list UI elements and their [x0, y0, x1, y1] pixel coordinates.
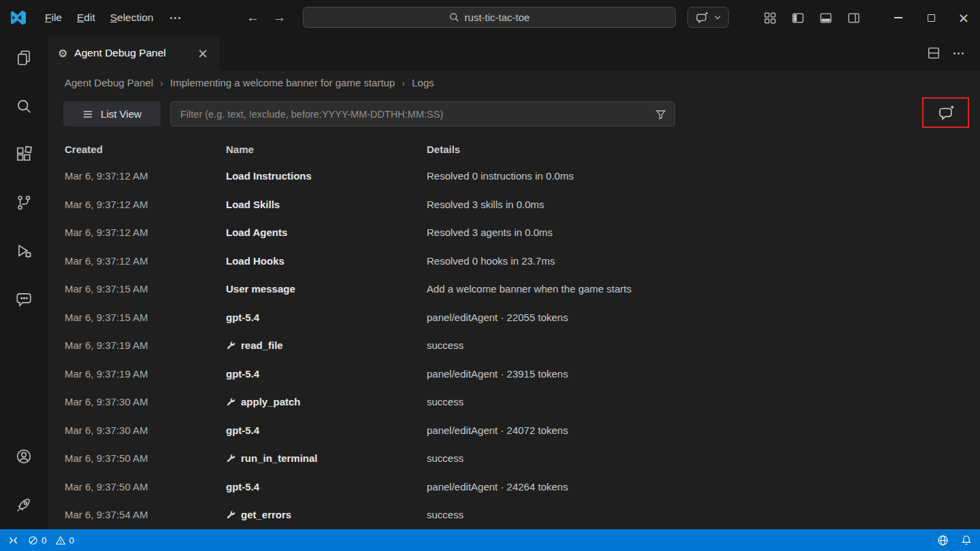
vscode-window: File Edit Selection ← → rust-tic-tac-toe	[0, 0, 980, 551]
cell-details: success	[427, 452, 973, 464]
chevron-down-icon	[714, 14, 721, 21]
run-debug-icon[interactable]	[7, 234, 41, 268]
open-chat-button[interactable]	[932, 101, 960, 124]
cell-created: Mar 6, 9:37:12 AM	[65, 199, 226, 210]
breadcrumb-item[interactable]: Agent Debug Panel	[65, 77, 170, 88]
breadcrumb-item[interactable]: Logs	[412, 77, 434, 88]
close-tab-icon[interactable]: ×	[197, 47, 208, 60]
menu-more-icon[interactable]	[161, 11, 190, 24]
cell-name: read_file	[226, 339, 427, 351]
rocket-icon[interactable]	[7, 488, 41, 522]
cell-details: success	[427, 339, 973, 351]
table-row[interactable]: Mar 6, 9:37:30 AMgpt-5.4panel/editAgent …	[65, 416, 973, 445]
remote-indicator[interactable]	[8, 535, 18, 546]
cell-created: Mar 6, 9:37:15 AM	[65, 312, 226, 323]
status-bar: 0 0	[0, 529, 980, 551]
cell-details: Resolved 0 instructions in 0.0ms	[427, 170, 973, 182]
toggle-panel-icon[interactable]	[817, 10, 834, 26]
explorer-icon[interactable]	[7, 41, 41, 75]
cell-name: get_errors	[226, 509, 427, 520]
list-view-label: List View	[101, 108, 142, 120]
table-row[interactable]: Mar 6, 9:37:15 AMUser messageAdd a welco…	[65, 275, 973, 303]
filter-box	[170, 101, 675, 127]
split-editor-icon[interactable]	[928, 47, 940, 59]
error-count: 0	[42, 535, 47, 546]
table-row[interactable]: Mar 6, 9:37:12 AMLoad InstructionsResolv…	[65, 162, 973, 190]
accounts-icon[interactable]	[7, 439, 41, 473]
table-row[interactable]: Mar 6, 9:37:12 AMLoad HooksResolved 0 ho…	[65, 247, 973, 276]
chat-icon[interactable]	[7, 282, 41, 316]
minimize-button[interactable]	[882, 0, 915, 35]
copilot-status-icon[interactable]	[937, 535, 949, 546]
table-row[interactable]: Mar 6, 9:37:54 AM get_errorssuccess	[65, 501, 973, 529]
tab-agent-debug-panel[interactable]: ⚙ Agent Debug Panel ×	[48, 35, 219, 71]
log-table-header: Created Name Details	[65, 136, 973, 162]
log-table-body: Mar 6, 9:37:12 AMLoad InstructionsResolv…	[65, 162, 973, 529]
search-value: rust-tic-tac-toe	[465, 12, 530, 23]
error-icon	[28, 535, 38, 546]
cell-created: Mar 6, 9:37:15 AM	[65, 283, 226, 295]
toggle-secondary-sidebar-icon[interactable]	[845, 10, 862, 26]
copilot-chat-icon	[695, 11, 708, 24]
cell-created: Mar 6, 9:37:50 AM	[65, 481, 226, 492]
filter-input[interactable]	[179, 108, 655, 120]
cell-created: Mar 6, 9:37:30 AM	[65, 424, 226, 436]
warning-count: 0	[69, 535, 75, 546]
cell-created: Mar 6, 9:37:50 AM	[65, 452, 226, 464]
cell-name: apply_patch	[226, 396, 427, 407]
cell-name: Load Hooks	[226, 255, 427, 267]
column-name: Name	[226, 144, 427, 155]
tool-icon	[226, 341, 235, 350]
copilot-menu-button[interactable]	[687, 7, 729, 28]
gear-icon: ⚙	[58, 47, 67, 60]
table-row[interactable]: Mar 6, 9:37:50 AM run_in_terminalsuccess	[65, 444, 973, 473]
cell-created: Mar 6, 9:37:12 AM	[65, 170, 226, 182]
table-row[interactable]: Mar 6, 9:37:19 AM read_filesuccess	[65, 331, 973, 360]
command-center-search[interactable]: rust-tic-tac-toe	[303, 7, 676, 28]
cell-created: Mar 6, 9:37:54 AM	[65, 509, 226, 520]
menu-edit[interactable]: Edit	[69, 8, 103, 27]
cell-name: Load Instructions	[226, 170, 427, 182]
cell-created: Mar 6, 9:37:12 AM	[65, 227, 226, 238]
editor-area: ⚙ Agent Debug Panel × Agent Debug PanelI…	[48, 35, 980, 529]
cell-details: success	[427, 396, 973, 407]
list-view-button[interactable]: List View	[63, 101, 161, 127]
table-row[interactable]: Mar 6, 9:37:30 AM apply_patchsuccess	[65, 388, 973, 416]
close-window-button[interactable]: ×	[947, 0, 980, 35]
breadcrumb-item[interactable]: Implementing a welcome banner for game s…	[170, 77, 412, 88]
customize-layout-icon[interactable]	[762, 10, 778, 26]
search-sidebar-icon[interactable]	[7, 89, 41, 123]
table-row[interactable]: Mar 6, 9:37:12 AMLoad SkillsResolved 3 s…	[65, 190, 973, 219]
cell-details: Resolved 3 agents in 0.0ms	[427, 227, 973, 238]
activity-bar	[0, 35, 48, 529]
cell-created: Mar 6, 9:37:12 AM	[65, 255, 226, 267]
table-row[interactable]: Mar 6, 9:37:12 AMLoad AgentsResolved 3 a…	[65, 218, 973, 247]
cell-details: Resolved 0 hooks in 23.7ms	[427, 255, 973, 267]
maximize-button[interactable]	[915, 0, 947, 35]
notifications-bell-icon[interactable]	[961, 535, 972, 546]
cell-name: gpt-5.4	[226, 368, 427, 380]
annotation-highlight	[922, 97, 969, 128]
cell-details: panel/editAgent · 23915 tokens	[427, 368, 973, 380]
menu-selection[interactable]: Selection	[103, 8, 161, 27]
forward-arrow-icon[interactable]: →	[273, 10, 286, 25]
list-icon	[82, 109, 93, 120]
menu-file[interactable]: File	[37, 8, 69, 27]
editor-more-actions-icon[interactable]	[953, 52, 964, 54]
table-row[interactable]: Mar 6, 9:37:50 AMgpt-5.4panel/editAgent …	[65, 473, 973, 501]
cell-name: gpt-5.4	[226, 312, 427, 323]
extensions-icon[interactable]	[7, 137, 41, 171]
vscode-logo-icon	[10, 9, 28, 27]
cell-details: success	[427, 509, 973, 520]
problems-indicator[interactable]: 0 0	[28, 535, 74, 546]
table-row[interactable]: Mar 6, 9:37:15 AMgpt-5.4panel/editAgent …	[65, 303, 973, 332]
cell-name: Load Agents	[226, 227, 427, 238]
source-control-icon[interactable]	[7, 186, 41, 220]
table-row[interactable]: Mar 6, 9:37:19 AMgpt-5.4panel/editAgent …	[65, 360, 973, 388]
cell-details: panel/editAgent · 22055 tokens	[427, 312, 973, 323]
filter-funnel-icon[interactable]	[655, 109, 666, 120]
back-arrow-icon[interactable]: ←	[246, 10, 259, 25]
cell-name: User message	[226, 283, 427, 295]
tab-title: Agent Debug Panel	[74, 47, 165, 59]
toggle-primary-sidebar-icon[interactable]	[789, 10, 806, 26]
